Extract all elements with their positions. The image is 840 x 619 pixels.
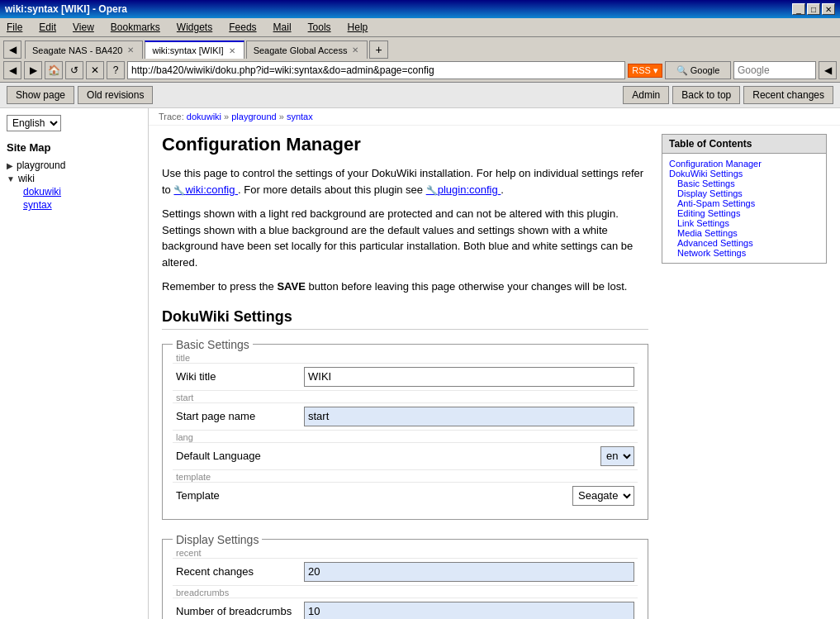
- sidebar-item-wiki[interactable]: ▼ wiki: [7, 172, 141, 185]
- breadcrumb-link-1[interactable]: playground: [231, 112, 276, 121]
- window-controls[interactable]: _ □ ✕: [792, 3, 835, 15]
- sidebar-link-dokuwiki[interactable]: dokuwiki: [23, 185, 141, 198]
- field-group-recent: recent: [173, 546, 638, 559]
- window-title: wiki:syntax [WIKI] - Opera: [5, 3, 127, 15]
- search-input[interactable]: [733, 61, 816, 79]
- field-group-breadcrumbs: breadcrumbs: [173, 586, 638, 598]
- home-button[interactable]: 🏠: [45, 61, 63, 79]
- close-button[interactable]: ✕: [822, 3, 835, 15]
- menu-tools[interactable]: Tools: [305, 20, 335, 35]
- show-page-button[interactable]: Show page: [7, 86, 74, 104]
- tab-close-0[interactable]: ✕: [126, 45, 135, 55]
- trace-label: Trace:: [159, 112, 184, 121]
- old-revisions-button[interactable]: Old revisions: [78, 86, 153, 104]
- address-bar: ◀ ▶ 🏠 ↺ ✕ ? RSS ▾ 🔍 Google ◀: [0, 59, 840, 83]
- content-left: Configuration Manager Use this page to c…: [162, 134, 648, 619]
- field-row-recent-changes: Recent changes: [173, 559, 638, 586]
- sidebar-link-syntax[interactable]: syntax: [23, 198, 141, 212]
- rss-button[interactable]: RSS ▾: [628, 64, 662, 78]
- menu-edit[interactable]: Edit: [36, 20, 59, 35]
- right-actions: Admin Back to top Recent changes: [623, 86, 833, 104]
- template-select[interactable]: Seagate: [572, 486, 634, 506]
- sidebar-label-playground: playground: [17, 160, 65, 171]
- menu-widgets[interactable]: Widgets: [173, 20, 216, 35]
- menu-view[interactable]: View: [69, 20, 97, 35]
- plugin-config-link[interactable]: 🔧plugin:config: [426, 183, 501, 196]
- tab-close-1[interactable]: ✕: [227, 46, 237, 55]
- language-selector[interactable]: English: [7, 115, 141, 131]
- main-content: Configuration Manager Use this page to c…: [149, 126, 840, 619]
- field-group-lang: lang: [173, 431, 638, 443]
- wiki-title-input[interactable]: [304, 367, 634, 387]
- address-input[interactable]: [127, 61, 625, 79]
- chevron-down-icon: ▼: [7, 174, 15, 183]
- save-notice: Remember to press the SAVE button before…: [162, 279, 648, 295]
- field-group-template: template: [173, 470, 638, 483]
- tab-1[interactable]: wiki:syntax [WIKI] ✕: [145, 40, 244, 59]
- tab-0[interactable]: Seagate NAS - BA420 ✕: [25, 40, 143, 59]
- breadcrumb-link-2[interactable]: syntax: [287, 112, 313, 121]
- field-label-recent-changes: Recent changes: [176, 565, 304, 578]
- basic-settings-legend: Basic Settings: [173, 338, 253, 351]
- menu-bookmarks[interactable]: Bookmarks: [107, 20, 164, 35]
- menu-help[interactable]: Help: [344, 20, 372, 35]
- reload-button[interactable]: ↺: [65, 61, 83, 79]
- tab-label-2: Seagate Global Access: [254, 45, 348, 55]
- site-map-title: Site Map: [7, 141, 141, 154]
- minimize-button[interactable]: _: [792, 3, 805, 15]
- forward-button[interactable]: ▶: [24, 61, 42, 79]
- dokuwiki-settings-title: DokuWiki Settings: [162, 308, 648, 330]
- tab-close-2[interactable]: ✕: [350, 45, 360, 55]
- basic-settings-section: Basic Settings title Wiki title start: [162, 338, 648, 520]
- wiki-config-link[interactable]: 🔧wiki:config: [173, 183, 238, 196]
- nav-back-button[interactable]: ◀: [819, 61, 837, 79]
- breadcrumb: Trace: dokuwiki » playground » syntax: [149, 108, 840, 126]
- start-page-input[interactable]: [304, 407, 634, 426]
- menu-feeds[interactable]: Feeds: [225, 20, 259, 35]
- recent-changes-button[interactable]: Recent changes: [743, 86, 833, 104]
- tab-label-0: Seagate NAS - BA420: [32, 45, 122, 55]
- breadcrumbs-input[interactable]: [304, 602, 634, 620]
- back-button[interactable]: ◀: [3, 61, 21, 79]
- default-lang-select[interactable]: en: [600, 446, 634, 466]
- field-label-template: Template: [176, 489, 572, 502]
- toc-item-9[interactable]: Network Settings: [677, 247, 746, 259]
- restore-button[interactable]: □: [807, 3, 820, 15]
- chevron-right-icon: ▶: [7, 161, 13, 170]
- display-settings-legend: Display Settings: [173, 533, 262, 546]
- display-settings-section: Display Settings recent Recent changes b…: [162, 533, 648, 620]
- field-label-wiki-title: Wiki title: [176, 370, 304, 383]
- field-group-start: start: [173, 391, 638, 403]
- sidebar-item-playground[interactable]: ▶ playground: [7, 159, 141, 172]
- page-container: English Site Map ▶ playground ▼ wiki dok…: [0, 108, 840, 619]
- language-select[interactable]: English: [7, 115, 61, 131]
- action-bar: Show page Old revisions Admin Back to to…: [0, 83, 840, 108]
- menu-mail[interactable]: Mail: [270, 20, 295, 35]
- toc-list: Configuration Manager DokuWiki Settings …: [662, 154, 826, 263]
- save-label: SAVE: [277, 280, 305, 293]
- help-button[interactable]: ?: [107, 61, 125, 79]
- back-to-top-button[interactable]: Back to top: [672, 86, 740, 104]
- tab-2[interactable]: Seagate Global Access ✕: [246, 40, 368, 59]
- add-tab-button[interactable]: +: [369, 40, 387, 59]
- admin-button[interactable]: Admin: [623, 86, 669, 104]
- menu-file[interactable]: File: [3, 20, 26, 35]
- field-label-start-page: Start page name: [176, 410, 304, 422]
- table-of-contents: Table of Contents Configuration Manager …: [662, 134, 827, 264]
- tab-bar: ◀ Seagate NAS - BA420 ✕ wiki:syntax [WIK…: [0, 37, 840, 59]
- recent-changes-input[interactable]: [304, 562, 634, 582]
- search-engine-button[interactable]: 🔍 Google: [665, 61, 731, 79]
- field-row-wiki-title: Wiki title: [173, 364, 638, 391]
- field-row-start-page: Start page name: [173, 403, 638, 431]
- prev-tab-button[interactable]: ◀: [3, 40, 21, 59]
- field-row-template: Template Seagate: [173, 483, 638, 509]
- breadcrumb-link-0[interactable]: dokuwiki: [187, 112, 221, 121]
- stop-button[interactable]: ✕: [86, 61, 104, 79]
- info-paragraph: Settings shown with a light red backgrou…: [162, 206, 648, 270]
- page-title: Configuration Manager: [162, 134, 648, 155]
- tab-label-1: wiki:syntax [WIKI]: [152, 45, 223, 55]
- field-label-breadcrumbs: Number of breadcrumbs: [176, 605, 304, 617]
- menu-bar: File Edit View Bookmarks Widgets Feeds M…: [0, 18, 840, 37]
- toc-title: Table of Contents: [662, 135, 826, 154]
- title-bar: wiki:syntax [WIKI] - Opera _ □ ✕: [0, 0, 840, 18]
